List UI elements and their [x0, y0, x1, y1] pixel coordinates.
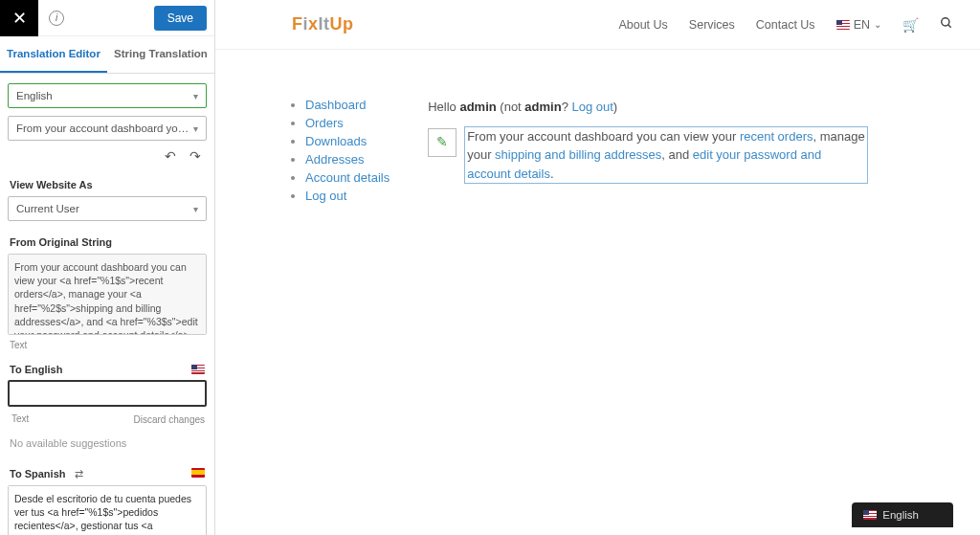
string-select[interactable]: From your account dashboard you can view…	[8, 116, 207, 141]
nav-language[interactable]: EN ⌄	[836, 18, 881, 32]
view-as-label: View Website As	[8, 171, 207, 196]
logout-link[interactable]: Log out	[571, 100, 612, 114]
float-lang-label: English	[882, 509, 919, 521]
recent-orders-link[interactable]: recent orders	[740, 129, 813, 144]
site-header: FixItUp About Us Services Contact Us EN …	[215, 0, 980, 50]
flag-us-icon	[836, 20, 850, 30]
tab-translation-editor[interactable]: Translation Editor	[0, 36, 107, 73]
svg-point-0	[942, 18, 949, 26]
to-spanish-textarea[interactable]: Desde el escritorio de tu cuenta puedes …	[8, 485, 207, 535]
to-spanish-row: To Spanish ⇄	[8, 457, 207, 485]
from-original-type: Text	[8, 338, 207, 354]
nav-about[interactable]: About Us	[618, 18, 667, 32]
flag-us-icon	[191, 365, 205, 374]
string-select-value: From your account dashboard you can view…	[16, 123, 193, 134]
tab-string-translation[interactable]: String Translation	[107, 36, 214, 73]
addresses-link[interactable]: shipping and billing addresses	[495, 147, 661, 162]
menu-downloads[interactable]: Downloads	[305, 134, 367, 148]
to-english-textarea[interactable]	[8, 380, 207, 407]
to-english-row: To English	[8, 354, 207, 380]
search-icon[interactable]	[940, 16, 953, 33]
menu-orders[interactable]: Orders	[305, 116, 344, 130]
to-spanish-label: To Spanish	[10, 468, 65, 479]
hello-text: Hello admin (not admin? Log out)	[428, 98, 868, 117]
chevron-down-icon: ▾	[193, 91, 198, 101]
list-item: Log out	[305, 189, 390, 203]
dashboard-text[interactable]: From your account dashboard you can view…	[464, 126, 868, 185]
nav-services[interactable]: Services	[689, 18, 735, 32]
cart-icon[interactable]: 🛒	[902, 17, 919, 33]
discard-english[interactable]: Discard changes	[134, 414, 205, 425]
close-button[interactable]: ✕	[0, 0, 38, 36]
chevron-down-icon: ▾	[193, 204, 198, 214]
site-content: Dashboard Orders Downloads Addresses Acc…	[215, 50, 980, 226]
site-logo[interactable]: FixItUp	[292, 14, 354, 34]
nav-arrows: ↶ ↷	[8, 148, 207, 171]
list-item: Addresses	[305, 152, 390, 167]
language-select-value: English	[16, 90, 193, 101]
svg-line-1	[948, 25, 951, 28]
site-preview: FixItUp About Us Services Contact Us EN …	[215, 0, 980, 535]
save-button[interactable]: Save	[154, 6, 207, 31]
view-as-select[interactable]: Current User ▾	[8, 196, 207, 221]
panel-body: English ▾ From your account dashboard yo…	[0, 74, 214, 535]
list-item: Orders	[305, 116, 390, 130]
to-english-label: To English	[10, 364, 62, 375]
to-english-type: Text	[10, 412, 31, 428]
chevron-down-icon: ⌄	[874, 19, 881, 30]
copy-icon[interactable]: ⇄	[75, 468, 83, 479]
info-icon[interactable]: i	[38, 11, 75, 26]
no-suggestions: No available suggestions	[8, 434, 207, 457]
nav-lang-label: EN	[854, 18, 870, 32]
list-item: Dashboard	[305, 98, 390, 112]
edit-icon[interactable]: ✎	[428, 128, 457, 157]
nav-contact[interactable]: Contact Us	[756, 18, 815, 32]
flag-es-icon	[191, 468, 205, 478]
undo-icon[interactable]: ↶	[165, 148, 176, 164]
from-original-label: From Original String	[8, 229, 207, 254]
panel-topbar: ✕ i Save	[0, 0, 214, 36]
list-item: Account details	[305, 170, 390, 185]
view-as-value: Current User	[16, 203, 193, 214]
menu-logout[interactable]: Log out	[305, 189, 346, 203]
menu-dashboard[interactable]: Dashboard	[305, 98, 367, 112]
panel-tabs: Translation Editor String Translation	[0, 36, 214, 74]
list-item: Downloads	[305, 134, 390, 148]
flag-us-icon	[863, 510, 877, 520]
from-original-textarea: From your account dashboard you can view…	[8, 254, 207, 335]
language-select[interactable]: English ▾	[8, 83, 207, 108]
account-menu: Dashboard Orders Downloads Addresses Acc…	[292, 98, 390, 207]
translation-panel: ✕ i Save Translation Editor String Trans…	[0, 0, 215, 535]
dashboard-main: Hello admin (not admin? Log out) ✎ From …	[428, 98, 868, 207]
chevron-down-icon: ▾	[193, 123, 198, 134]
floating-language-switcher[interactable]: English	[852, 502, 953, 527]
menu-account-details[interactable]: Account details	[305, 170, 390, 185]
site-nav: About Us Services Contact Us EN ⌄ 🛒	[618, 16, 953, 33]
dashboard-text-box: ✎ From your account dashboard you can vi…	[428, 126, 868, 185]
menu-addresses[interactable]: Addresses	[305, 152, 364, 167]
redo-icon[interactable]: ↷	[189, 148, 201, 164]
